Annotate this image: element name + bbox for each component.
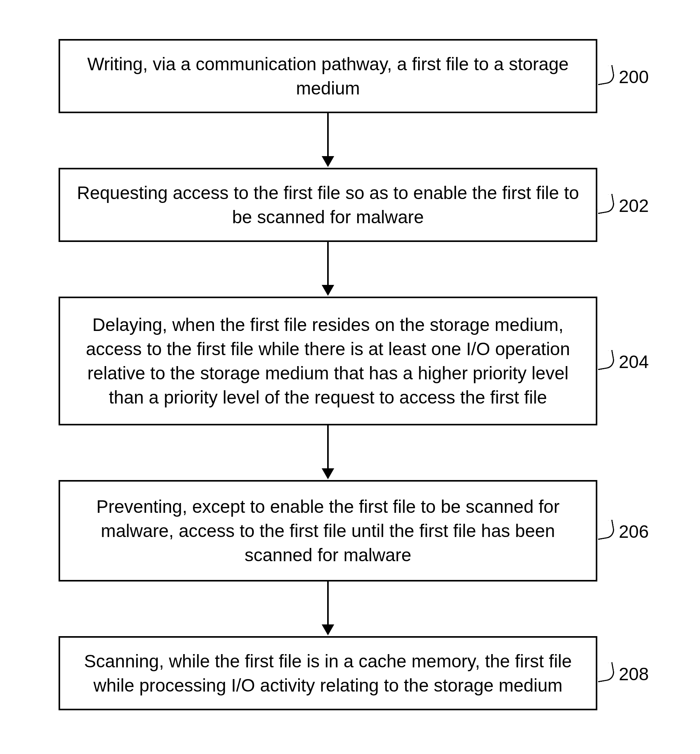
label-connector <box>595 350 615 370</box>
flowchart-canvas: Writing, via a communication pathway, a … <box>0 0 700 754</box>
step-label-202: 202 <box>619 195 649 216</box>
label-connector <box>595 194 615 214</box>
arrow-head-icon <box>322 285 334 296</box>
step-label-204: 204 <box>619 351 649 372</box>
flowchart-step-202: Requesting access to the first file so a… <box>59 168 597 242</box>
flowchart-step-206: Preventing, except to enable the first f… <box>59 480 597 582</box>
flowchart-step-200: Writing, via a communication pathway, a … <box>59 39 597 113</box>
arrow <box>327 425 329 468</box>
arrow <box>327 242 329 285</box>
arrow <box>327 582 329 624</box>
step-text: Scanning, while the first file is in a c… <box>76 649 580 697</box>
flowchart-step-204: Delaying, when the first file resides on… <box>59 297 597 425</box>
label-connector <box>595 662 615 682</box>
arrow <box>327 113 329 156</box>
arrow-head-icon <box>322 156 334 167</box>
step-label-208: 208 <box>619 663 649 685</box>
step-text: Writing, via a communication pathway, a … <box>76 52 580 100</box>
flowchart-step-208: Scanning, while the first file is in a c… <box>59 636 597 710</box>
step-text: Requesting access to the first file so a… <box>76 181 580 229</box>
label-connector <box>595 519 615 540</box>
step-label-206: 206 <box>619 521 649 542</box>
arrow-head-icon <box>322 624 334 635</box>
arrow-head-icon <box>322 468 334 479</box>
label-connector <box>595 65 615 85</box>
step-label-200: 200 <box>619 66 649 87</box>
step-text: Preventing, except to enable the first f… <box>76 494 580 567</box>
step-text: Delaying, when the first file resides on… <box>76 313 580 409</box>
